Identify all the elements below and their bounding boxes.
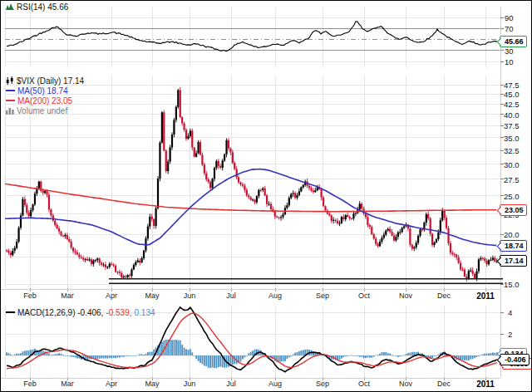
rsi-axis-label: 90 xyxy=(505,13,514,22)
price-axis-label: 30.0 xyxy=(504,160,520,169)
price-axis-label: 25.0 xyxy=(504,192,520,201)
x-axis-label-macd: Dec xyxy=(433,380,455,388)
price-last-value-box: 17.14 xyxy=(500,255,527,267)
price-axis-label: 45.0 xyxy=(504,90,520,99)
ma50-last-value-box: 18.74 xyxy=(500,240,527,252)
price-axis-label: 27.5 xyxy=(504,175,520,184)
x-axis-label: Oct xyxy=(353,292,375,300)
volume-legend-label: Volume undef xyxy=(17,106,67,115)
macd-legend-row: MACD(12,26,9) -0.406, -0.539, 0.134 xyxy=(6,307,155,317)
price-axis-label: 20.0 xyxy=(504,230,520,239)
rsi-legend-row: RSI(14) 45.66 xyxy=(6,2,68,12)
x-axis-label: Jul xyxy=(220,292,242,300)
price-axis-label: 37.5 xyxy=(504,121,520,130)
volume-bars-icon xyxy=(6,107,14,115)
x-axis-label: Dec xyxy=(433,292,455,300)
x-axis-label: Apr xyxy=(101,292,122,300)
ma50-line-swatch xyxy=(6,90,15,91)
x-axis-label: Sep xyxy=(312,292,333,300)
x-axis-label: Feb xyxy=(19,292,41,300)
macd-legend: MACD(12,26,9) -0.406, -0.539, 0.134 xyxy=(6,307,155,317)
price-axis-label: 47.5 xyxy=(504,81,520,90)
x-axis-label-macd: Feb xyxy=(19,380,41,388)
macd-axis-label: 2 xyxy=(508,330,512,339)
price-axis-label: 42.5 xyxy=(504,100,520,109)
price-legend: $VIX (Daily) 17.14 MA(50) 18.74 MA(200) … xyxy=(6,76,84,115)
ma50-legend-label: MA(50) 18.74 xyxy=(17,86,68,96)
x-axis-label-macd: Jul xyxy=(220,380,242,388)
ma200-legend-row: MA(200) 23.05 xyxy=(6,96,84,105)
x-axis-label-macd: Sep xyxy=(312,380,333,388)
ma200-legend-label: MA(200) 23.05 xyxy=(17,96,72,105)
x-axis-label-macd: Mar xyxy=(57,380,78,388)
x-axis-label: Nov xyxy=(395,292,416,300)
price-axis-label: 40.0 xyxy=(504,110,520,120)
stockcharts-vix-chart: 9070301047.545.042.540.037.535.032.530.0… xyxy=(0,0,532,392)
macd-legend-label: MACD(12,26,9) -0.406, xyxy=(17,308,103,317)
price-axis-label: 15.0 xyxy=(504,280,520,289)
candlestick-icon xyxy=(6,76,14,86)
x-axis-label-macd: Nov xyxy=(395,380,416,388)
rsi-legend: RSI(14) 45.66 xyxy=(6,2,68,12)
x-axis-label: Jun xyxy=(179,292,200,300)
rsi-indicator-icon xyxy=(6,2,14,11)
ma200-line-swatch xyxy=(6,100,15,101)
ma50-legend-row: MA(50) 18.74 xyxy=(6,86,84,96)
rsi-axis-label: 30 xyxy=(505,47,514,56)
rsi-last-value-box: 45.66 xyxy=(500,36,527,47)
ma200-last-value-box: 23.05 xyxy=(500,204,527,216)
x-axis-label: Aug xyxy=(264,292,286,300)
rsi-axis-label: 70 xyxy=(505,24,514,33)
price-legend-label: $VIX (Daily) 17.14 xyxy=(17,76,84,86)
macd-histogram-value: 0.134 xyxy=(135,308,155,317)
macd-signal-value: -0.539, xyxy=(106,308,131,317)
price-legend-row: $VIX (Daily) 17.14 xyxy=(6,76,84,86)
price-axis-label: 32.5 xyxy=(504,146,520,155)
x-axis-label-macd: Aug xyxy=(264,380,286,388)
x-axis-label-macd: 2011 xyxy=(473,380,498,389)
volume-legend-row: Volume undef xyxy=(6,105,84,115)
x-axis-label-macd: May xyxy=(141,380,163,388)
macd-last-value-box: -0.406 xyxy=(500,354,530,365)
macd-line-swatch xyxy=(6,311,15,313)
x-axis-label: Mar xyxy=(57,292,78,300)
x-axis-label: May xyxy=(141,292,163,300)
chart-overlays: 9070301047.545.042.540.037.535.032.530.0… xyxy=(1,1,532,392)
x-axis-label-macd: Oct xyxy=(353,380,375,388)
x-axis-label: 2011 xyxy=(473,292,498,301)
x-axis-label-macd: Jun xyxy=(179,380,200,388)
rsi-axis-label: 10 xyxy=(505,57,514,66)
macd-axis-label: 4 xyxy=(508,308,512,317)
price-axis-label: 35.0 xyxy=(504,134,520,143)
rsi-legend-label: RSI(14) 45.66 xyxy=(17,2,68,12)
x-axis-label-macd: Apr xyxy=(101,380,122,388)
